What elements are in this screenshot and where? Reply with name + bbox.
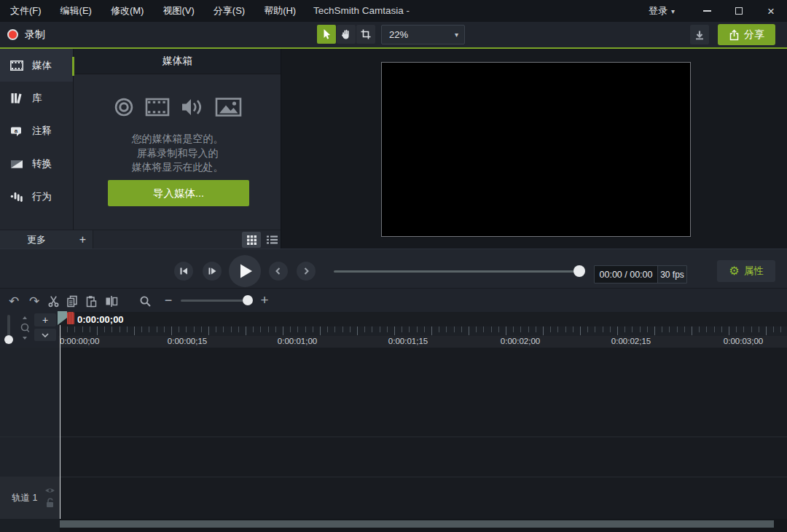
list-view-button[interactable] <box>264 232 280 247</box>
zoom-in-button[interactable]: + <box>257 292 272 309</box>
selected-tab-indicator <box>72 57 74 76</box>
elapsed-total-time: 00:00 / 00:00 <box>595 266 657 283</box>
gear-icon: ⚙ <box>729 265 739 277</box>
sidebar-item-transitions[interactable]: 转换 <box>0 147 73 180</box>
zoom-out-button[interactable]: − <box>161 292 176 308</box>
share-icon <box>729 29 740 41</box>
record-icon <box>7 29 18 40</box>
sidebar-item-label: 转换 <box>32 157 52 171</box>
preview-stage <box>381 62 691 237</box>
close-button[interactable]: × <box>755 0 787 22</box>
track-options-button[interactable] <box>34 329 56 341</box>
cursor-tool-button[interactable] <box>317 25 336 44</box>
sidebar-item-label: 媒体 <box>32 59 52 72</box>
playhead-flag[interactable] <box>58 311 68 326</box>
plus-icon: + <box>42 314 48 326</box>
sidebar-item-label: 库 <box>32 92 42 105</box>
paste-button[interactable] <box>83 294 99 308</box>
share-label: 分享 <box>744 28 764 42</box>
maximize-button[interactable] <box>723 0 755 22</box>
menu-file[interactable]: 文件(F) <box>1 0 51 22</box>
timeline-zoom-button[interactable] <box>138 294 152 308</box>
chevron-left-icon <box>273 266 283 276</box>
menu-modify[interactable]: 修改(M) <box>101 0 154 22</box>
lock-open-icon[interactable] <box>46 498 55 508</box>
minimize-icon <box>703 10 711 12</box>
track-zoom-icon[interactable] <box>20 316 30 343</box>
window-title: TechSmith Camtasia - <box>313 0 410 22</box>
jump-start-button[interactable] <box>269 262 288 281</box>
properties-label: 属性 <box>744 265 764 278</box>
undo-button[interactable]: ↶ <box>6 293 22 309</box>
seek-slider-handle[interactable] <box>573 265 585 277</box>
add-media-button[interactable]: + <box>73 230 93 249</box>
ruler-label: 0:00:01;15 <box>388 337 428 345</box>
share-button[interactable]: 分享 <box>718 24 775 45</box>
sidebar-item-behaviors[interactable]: 行为 <box>0 180 73 213</box>
ruler-label: 0:00:02;00 <box>501 337 540 345</box>
filmstrip-icon <box>145 97 170 117</box>
minimize-button[interactable] <box>691 0 723 22</box>
sign-in-button[interactable]: 登录 ▾ <box>649 0 675 22</box>
download-icon <box>694 30 705 40</box>
media-bin-footer: + <box>73 230 281 249</box>
grid-view-button[interactable] <box>242 232 261 248</box>
timeline-zoom-slider-handle[interactable] <box>243 295 253 305</box>
books-icon <box>9 91 24 106</box>
copy-icon <box>66 295 78 308</box>
timeline-zoom-slider[interactable] <box>181 300 251 302</box>
properties-button[interactable]: ⚙ 属性 <box>717 260 775 282</box>
pan-tool-button[interactable] <box>337 25 356 44</box>
play-button[interactable] <box>229 255 261 287</box>
track-tools-column: + <box>0 312 58 348</box>
track-divider <box>0 477 787 477</box>
playhead-line <box>60 325 60 519</box>
playhead-grip[interactable] <box>67 312 74 324</box>
sidebar-item-library[interactable]: 库 <box>0 82 73 114</box>
sidebar-more-button[interactable]: 更多 <box>0 230 73 249</box>
track-1-header[interactable]: 轨道 1 <box>0 477 60 519</box>
track-divider <box>0 437 787 437</box>
redo-button[interactable]: ↷ <box>26 293 42 309</box>
eye-icon[interactable] <box>44 487 55 494</box>
menu-share[interactable]: 分享(S) <box>204 0 254 22</box>
seek-slider[interactable] <box>334 270 579 273</box>
chevron-down-icon: ▾ <box>455 31 464 39</box>
menu-edit[interactable]: 编辑(E) <box>51 0 101 22</box>
step-back-button[interactable] <box>174 262 193 281</box>
canvas-zoom-value: 22% <box>382 29 455 40</box>
step-back-icon <box>178 265 189 277</box>
copy-button[interactable] <box>64 294 80 308</box>
cursor-icon <box>321 28 332 40</box>
crop-tool-button[interactable] <box>356 25 375 44</box>
split-button[interactable] <box>103 294 120 308</box>
menu-help[interactable]: 帮助(H) <box>254 0 305 22</box>
ruler-label: 0:00:00;15 <box>168 337 207 345</box>
more-label: 更多 <box>27 233 46 246</box>
sidebar-item-annotations[interactable]: a 注释 <box>0 114 73 147</box>
cut-button[interactable] <box>45 294 61 308</box>
ruler-header-strip <box>58 312 787 326</box>
record-button[interactable]: 录制 <box>7 22 45 47</box>
maximize-icon <box>735 7 743 15</box>
track-height-slider-handle[interactable] <box>4 335 13 344</box>
step-forward-button[interactable] <box>203 262 222 281</box>
paste-icon <box>85 295 97 308</box>
timeline-toolbar: ↶ ↷ − <box>0 288 787 312</box>
callout-icon: a <box>9 124 24 138</box>
ruler-label: 0:00:02;15 <box>611 337 651 345</box>
add-track-button[interactable]: + <box>34 313 56 326</box>
scissors-icon <box>47 295 60 308</box>
download-button[interactable] <box>690 25 709 44</box>
magnifier-icon <box>139 295 152 308</box>
import-media-button[interactable]: 导入媒体... <box>108 180 249 206</box>
jump-end-button[interactable] <box>297 262 316 281</box>
menu-view[interactable]: 视图(V) <box>153 0 203 22</box>
sidebar-item-media[interactable]: 媒体 <box>0 49 73 82</box>
chevron-right-icon <box>301 266 311 276</box>
behavior-bars-icon <box>9 189 24 204</box>
plus-icon: + <box>79 233 86 246</box>
horizontal-scrollbar[interactable] <box>60 520 774 528</box>
media-bin-title: 媒体箱 <box>74 49 281 74</box>
canvas-zoom-dropdown[interactable]: 22% ▾ <box>381 25 465 44</box>
